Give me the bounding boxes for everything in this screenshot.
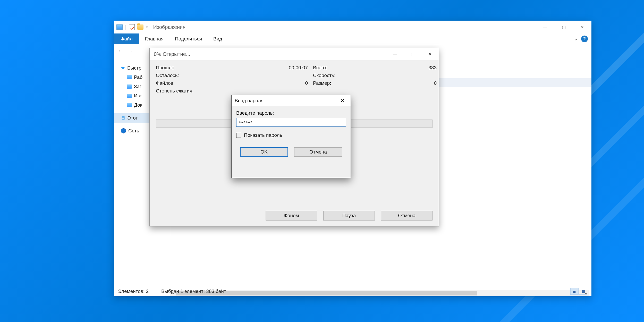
ok-button[interactable]: OK [240, 147, 288, 157]
background-button[interactable]: Фоном [266, 211, 317, 221]
folder-icon [127, 94, 132, 98]
tab-view[interactable]: Вид [208, 33, 228, 44]
label-files: Файлов: [156, 80, 243, 86]
folder-icon [127, 103, 132, 107]
maximize-button[interactable]: ▢ [554, 21, 573, 33]
folder-icon [127, 84, 132, 89]
sidebar-label: Изо [134, 93, 142, 99]
status-items: Элементов: 2 [118, 289, 149, 294]
star-icon: ★ [121, 65, 125, 71]
view-details-button[interactable]: ≣ [570, 288, 579, 295]
status-separator [155, 289, 155, 294]
progress-maximize-button[interactable]: ▢ [404, 48, 421, 60]
tab-home[interactable]: Главная [139, 33, 169, 44]
tab-share[interactable]: Поделиться [169, 33, 208, 44]
progress-close-button[interactable]: ✕ [421, 48, 439, 60]
password-label: Введите пароль: [236, 110, 346, 116]
show-password-label: Показать пароль [244, 132, 282, 138]
tab-file[interactable]: Файл [114, 33, 139, 44]
ribbon-collapse-icon[interactable]: ⌄ [572, 36, 579, 42]
new-folder-icon[interactable] [137, 24, 143, 30]
sidebar-label: Док [134, 102, 142, 108]
qat-separator-2: | [150, 24, 152, 30]
pictures-icon [116, 24, 123, 30]
back-button[interactable]: ← [117, 48, 123, 54]
value-speed [372, 73, 437, 78]
progress-minimize-button[interactable]: — [386, 48, 404, 60]
progress-cancel-button[interactable]: Отмена [381, 211, 433, 221]
progress-titlebar[interactable]: 0% Открытие... — ▢ ✕ [150, 48, 439, 60]
label-speed: Скорость: [308, 73, 372, 78]
sidebar-label: Заг [134, 84, 141, 89]
value-size: 0 [372, 80, 437, 86]
label-ratio: Степень сжатия: [156, 88, 243, 94]
checkbox-icon [236, 133, 241, 138]
password-titlebar[interactable]: Ввод пароля ✕ [232, 95, 351, 106]
sidebar-label: Быстр [127, 65, 141, 71]
properties-icon[interactable] [129, 24, 135, 30]
status-selected: Выбран 1 элемент: 383 байт [161, 289, 226, 294]
explorer-titlebar[interactable]: | ▾ | Изображения — ▢ ✕ [114, 21, 591, 33]
sidebar-label: Раб [134, 74, 143, 80]
value-files: 0 [243, 80, 308, 86]
forward-button[interactable]: → [127, 48, 133, 54]
label-total: Всего: [308, 65, 372, 71]
label-size: Размер: [308, 80, 372, 86]
pc-icon: 🖥 [121, 115, 125, 121]
folder-icon [127, 75, 132, 79]
password-input[interactable] [236, 118, 346, 127]
sidebar-label: Сеть [128, 128, 139, 134]
help-button[interactable]: ? [581, 36, 588, 42]
label-elapsed: Прошло: [156, 65, 243, 71]
password-dialog: Ввод пароля ✕ Введите пароль: Показать п… [231, 95, 351, 178]
show-password-checkbox[interactable]: Показать пароль [236, 132, 346, 138]
qat-separator: | [125, 24, 126, 30]
ribbon-tabs: Файл Главная Поделиться Вид ⌄ ? [114, 33, 591, 44]
password-cancel-button[interactable]: Отмена [294, 147, 342, 157]
sidebar-label: Этот [127, 115, 138, 121]
value-elapsed: 00:00:07 [243, 65, 308, 71]
progress-title: 0% Открытие... [154, 51, 190, 57]
view-icons-button[interactable]: ▦ [579, 288, 587, 295]
value-remaining [243, 73, 308, 78]
minimize-button[interactable]: — [536, 21, 554, 33]
value-total: 383 [372, 65, 437, 71]
pause-button[interactable]: Пауза [323, 211, 375, 221]
qat-icons: | ▾ | [116, 24, 151, 30]
close-button[interactable]: ✕ [573, 21, 591, 33]
label-remaining: Осталось: [156, 73, 243, 78]
network-icon: 🔵 [121, 128, 126, 134]
window-title: Изображения [153, 24, 185, 30]
password-close-button[interactable]: ✕ [337, 98, 348, 104]
password-title: Ввод пароля [235, 98, 264, 104]
qat-dropdown-icon[interactable]: ▾ [146, 25, 148, 29]
status-bar: Элементов: 2 Выбран 1 элемент: 383 байт … [114, 286, 591, 296]
